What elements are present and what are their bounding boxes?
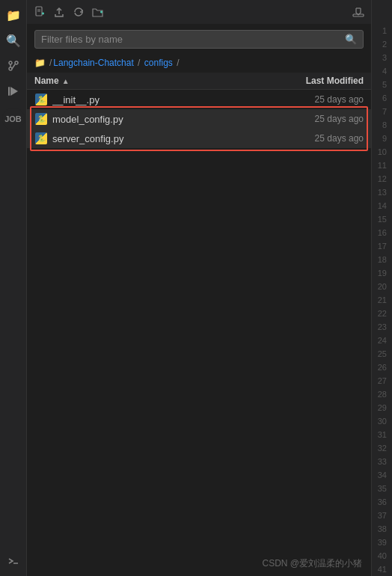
- line-number: 3: [372, 51, 389, 64]
- line-number: 32: [372, 441, 389, 455]
- file-table-header: Name ▲ Last Modified: [27, 73, 371, 90]
- line-numbers-gutter: 1234567891011121314151617181920212223242…: [371, 0, 392, 576]
- svg-line-4: [12, 64, 15, 69]
- refresh-button[interactable]: [70, 4, 87, 20]
- line-number: 6: [372, 91, 389, 105]
- file-modified: 25 days ago: [281, 94, 364, 105]
- svg-point-1: [9, 67, 12, 70]
- line-number: 24: [372, 334, 389, 347]
- line-number: 39: [372, 536, 389, 549]
- line-number: 23: [372, 320, 389, 334]
- svg-point-0: [9, 61, 12, 64]
- breadcrumb-sep-2: /: [174, 58, 180, 68]
- sort-arrow: ▲: [62, 77, 70, 85]
- line-number: 37: [372, 509, 389, 522]
- python-file-icon: 🐍: [34, 132, 48, 145]
- modified-column-header[interactable]: Last Modified: [281, 76, 364, 86]
- search-input[interactable]: [41, 34, 340, 45]
- line-number: 29: [372, 401, 389, 414]
- breadcrumb-separator-0: /: [49, 58, 52, 68]
- line-number: 31: [372, 428, 389, 441]
- line-number: 16: [372, 226, 389, 239]
- search-bar: 🔍: [34, 30, 364, 49]
- svg-rect-6: [8, 87, 10, 96]
- upload-button[interactable]: [51, 4, 67, 20]
- line-number: 21: [372, 293, 389, 307]
- line-number: 1: [372, 24, 389, 37]
- svg-marker-5: [10, 87, 18, 96]
- download-button[interactable]: [350, 4, 367, 20]
- table-row[interactable]: 🐍 model_config.py 25 days ago: [27, 109, 371, 129]
- line-number: 22: [372, 307, 389, 320]
- line-number: 20: [372, 280, 389, 293]
- line-number: 34: [372, 468, 389, 482]
- name-column-header[interactable]: Name ▲: [34, 76, 281, 86]
- sidebar-icon-search[interactable]: 🔍: [1, 28, 25, 52]
- file-name: __init__.py: [52, 94, 281, 105]
- table-row[interactable]: 🐍 __init__.py 25 days ago: [27, 90, 371, 109]
- python-file-icon: 🐍: [34, 112, 48, 126]
- line-number: 8: [372, 118, 389, 132]
- line-number: 27: [372, 374, 389, 387]
- search-icon: 🔍: [345, 34, 357, 45]
- line-number: 18: [372, 253, 389, 266]
- file-list: 🐍 __init__.py 25 days ago 🐍 model_config…: [27, 90, 371, 576]
- sidebar: 📁 🔍 JOB: [0, 0, 27, 576]
- line-number: 13: [372, 186, 389, 199]
- file-toolbar: [27, 0, 371, 24]
- breadcrumb: 📁 / Langchain-Chatchat / configs /: [27, 55, 371, 73]
- sidebar-icon-explorer[interactable]: 📁: [1, 3, 25, 27]
- table-row[interactable]: 🐍 server_config.py 25 days ago: [27, 129, 371, 148]
- file-name: server_config.py: [52, 133, 281, 144]
- file-modified: 25 days ago: [281, 133, 364, 144]
- watermark: CSDN @爱刘温柔的小猪: [262, 557, 362, 570]
- line-number: 15: [372, 212, 389, 226]
- line-number: 30: [372, 414, 389, 428]
- line-number: 25: [372, 347, 389, 361]
- breadcrumb-link-configs[interactable]: configs: [144, 58, 173, 68]
- line-number: 14: [372, 199, 389, 212]
- sidebar-icon-job[interactable]: JOB: [2, 108, 25, 130]
- sidebar-icon-source-control[interactable]: [1, 54, 25, 78]
- new-file-button[interactable]: [31, 4, 48, 20]
- line-number: 10: [372, 145, 389, 159]
- line-number: 12: [372, 172, 389, 186]
- line-number: 2: [372, 37, 389, 51]
- line-number: 28: [372, 387, 389, 401]
- line-number: 26: [372, 361, 389, 374]
- new-folder-button[interactable]: [90, 4, 106, 20]
- line-number: 5: [372, 78, 389, 91]
- file-modified: 25 days ago: [281, 114, 364, 124]
- main-panel: 🔍 📁 / Langchain-Chatchat / configs / Nam…: [27, 0, 371, 576]
- line-number: 36: [372, 495, 389, 509]
- breadcrumb-link-langchain[interactable]: Langchain-Chatchat: [53, 58, 133, 68]
- line-number: 7: [372, 105, 389, 118]
- line-number: 19: [372, 266, 389, 280]
- sidebar-icon-run[interactable]: [1, 79, 25, 103]
- sidebar-icon-terminal[interactable]: [1, 549, 25, 573]
- breadcrumb-sep-1: /: [135, 58, 143, 68]
- line-number: 40: [372, 549, 389, 563]
- line-number: 17: [372, 239, 389, 253]
- line-number: 38: [372, 522, 389, 536]
- line-number: 33: [372, 455, 389, 468]
- line-number: 4: [372, 64, 389, 78]
- line-number: 11: [372, 159, 389, 172]
- line-number: 9: [372, 132, 389, 145]
- line-number: 41: [372, 563, 389, 576]
- search-container: 🔍: [27, 24, 371, 55]
- file-name: model_config.py: [52, 114, 281, 125]
- folder-icon: 📁: [34, 58, 46, 68]
- svg-point-2: [15, 61, 18, 64]
- python-file-icon: 🐍: [34, 93, 48, 106]
- line-number: 35: [372, 482, 389, 495]
